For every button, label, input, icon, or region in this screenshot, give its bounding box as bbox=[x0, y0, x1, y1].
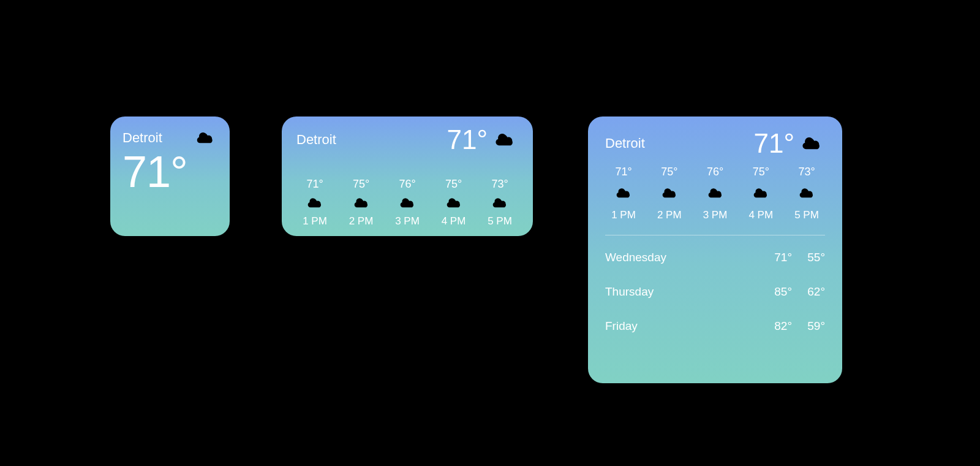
daily-item: Thursday 85° 62° bbox=[605, 275, 825, 309]
hour-label: 1 PM bbox=[611, 209, 636, 221]
location-label: Detroit bbox=[605, 136, 645, 151]
hour-temp: 73° bbox=[798, 166, 815, 178]
hour-label: 5 PM bbox=[794, 209, 819, 221]
daily-item: Friday 82° 59° bbox=[605, 309, 825, 343]
weather-widget-large[interactable]: Detroit 71° 71° 1 PM 75° 2 PM 76° 3 PM 7… bbox=[588, 116, 842, 383]
current-temperature: 71° bbox=[447, 126, 488, 153]
hour-label: 3 PM bbox=[395, 215, 420, 227]
hour-temp: 75° bbox=[753, 166, 769, 178]
hourly-item: 76° 3 PM bbox=[389, 178, 426, 227]
hour-temp: 75° bbox=[661, 166, 677, 178]
hourly-item: 71° 1 PM bbox=[605, 166, 642, 221]
hourly-forecast: 71° 1 PM 75° 2 PM 76° 3 PM 75° 4 PM 73° … bbox=[605, 166, 825, 221]
sun-cloud-icon bbox=[396, 194, 418, 212]
day-high: 82° bbox=[759, 319, 792, 333]
sun-cloud-icon bbox=[704, 185, 726, 202]
day-high: 71° bbox=[759, 251, 792, 264]
hourly-item: 75° 4 PM bbox=[742, 166, 779, 221]
sun-cloud-icon bbox=[658, 185, 680, 202]
hour-temp: 75° bbox=[353, 178, 369, 191]
hourly-item: 75° 4 PM bbox=[435, 178, 472, 227]
weather-widget-small[interactable]: Detroit 71° bbox=[110, 116, 230, 236]
current-temperature: 71° bbox=[123, 150, 217, 194]
hour-temp: 71° bbox=[615, 166, 631, 178]
sun-cloud-icon bbox=[193, 128, 217, 148]
day-low: 62° bbox=[792, 285, 825, 299]
hourly-forecast: 71° 1 PM 75° 2 PM 76° 3 PM 75° 4 PM 73° … bbox=[296, 178, 518, 227]
hour-label: 1 PM bbox=[303, 215, 327, 227]
current-temperature: 71° bbox=[753, 130, 794, 157]
sun-cloud-icon bbox=[796, 185, 818, 202]
day-high: 85° bbox=[759, 285, 792, 299]
hourly-item: 73° 5 PM bbox=[788, 166, 825, 221]
day-low: 55° bbox=[792, 251, 825, 264]
hour-label: 4 PM bbox=[442, 215, 466, 227]
sun-cloud-icon bbox=[304, 194, 326, 212]
hour-label: 4 PM bbox=[748, 209, 773, 221]
sun-cloud-icon bbox=[612, 185, 635, 202]
location-label: Detroit bbox=[296, 132, 336, 148]
weather-widget-medium[interactable]: Detroit 71° 71° 1 PM 75° 2 PM 76° 3 PM 7… bbox=[282, 116, 533, 236]
sun-cloud-icon bbox=[350, 194, 372, 212]
sun-cloud-icon bbox=[491, 129, 518, 151]
hour-temp: 73° bbox=[491, 178, 508, 191]
day-name: Wednesday bbox=[605, 251, 759, 264]
hour-temp: 76° bbox=[707, 166, 723, 178]
hour-temp: 75° bbox=[445, 178, 462, 191]
hourly-item: 75° 2 PM bbox=[651, 166, 688, 221]
daily-item: Wednesday 71° 55° bbox=[605, 240, 825, 275]
hour-label: 3 PM bbox=[703, 209, 728, 221]
sun-cloud-icon bbox=[489, 194, 511, 212]
hour-label: 2 PM bbox=[657, 209, 682, 221]
hour-temp: 71° bbox=[306, 178, 323, 191]
divider bbox=[605, 235, 825, 235]
day-name: Thursday bbox=[605, 285, 759, 299]
sun-cloud-icon bbox=[443, 194, 465, 212]
hour-temp: 76° bbox=[399, 178, 415, 191]
hourly-item: 71° 1 PM bbox=[296, 178, 333, 227]
sun-cloud-icon bbox=[798, 132, 825, 155]
location-label: Detroit bbox=[123, 131, 162, 145]
daily-forecast: Wednesday 71° 55° Thursday 85° 62° Frida… bbox=[605, 240, 825, 343]
hourly-item: 73° 5 PM bbox=[481, 178, 518, 227]
hour-label: 5 PM bbox=[488, 215, 512, 227]
day-name: Friday bbox=[605, 319, 759, 333]
day-low: 59° bbox=[792, 319, 825, 333]
sun-cloud-icon bbox=[750, 185, 772, 202]
hour-label: 2 PM bbox=[349, 215, 374, 227]
hourly-item: 75° 2 PM bbox=[343, 178, 380, 227]
hourly-item: 76° 3 PM bbox=[697, 166, 734, 221]
